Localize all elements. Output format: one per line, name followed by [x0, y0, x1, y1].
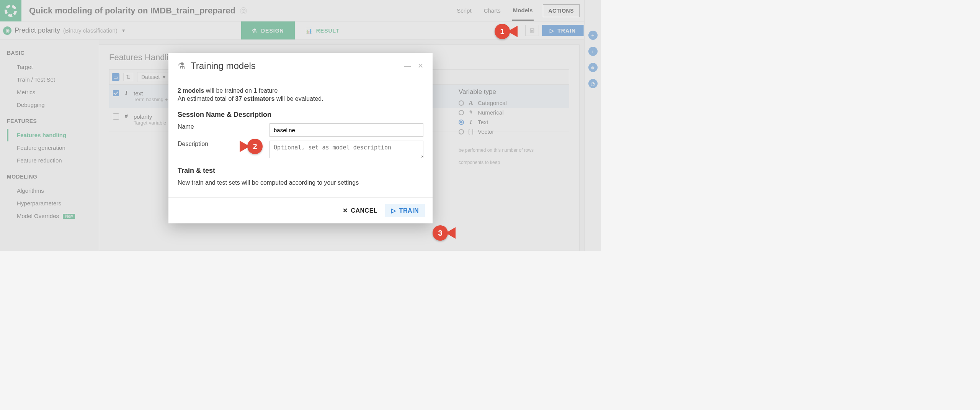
- tab-script[interactable]: Script: [456, 1, 472, 20]
- info-feature-count: 1: [253, 87, 257, 94]
- vartype-radio-text[interactable]: I Text: [459, 119, 573, 125]
- variable-type-label: Variable type: [459, 88, 573, 96]
- modal-train-label: TRAIN: [399, 207, 419, 214]
- page-title: Quick modeling of polarity on IMDB_train…: [29, 6, 235, 16]
- predict-heading[interactable]: ◉ Predict polarity (Binary classificatio…: [0, 21, 241, 39]
- feature-checkbox[interactable]: [113, 90, 119, 96]
- radio-label: Text: [478, 119, 488, 125]
- nav-item-target[interactable]: Target: [7, 61, 99, 73]
- training-modal: ⚗ Training models — ✕ 2 models will be t…: [168, 53, 433, 223]
- play-icon: ▷: [550, 28, 554, 34]
- rail-chat-icon[interactable]: ☻: [588, 63, 598, 72]
- select-all-checkbox[interactable]: ▭: [112, 73, 119, 81]
- play-icon: ▷: [391, 207, 396, 214]
- dataset-dropdown[interactable]: Dataset ▾: [137, 72, 170, 82]
- nav-item-algorithms[interactable]: Algorithms: [7, 184, 99, 197]
- modal-header: ⚗ Training models — ✕: [168, 53, 433, 79]
- info-est-prefix: An estimated total of: [178, 95, 235, 102]
- vector-icon: [ ]: [468, 128, 474, 135]
- chevron-down-icon: ▼: [121, 28, 126, 33]
- nav-item-train-test[interactable]: Train / Test Set: [7, 73, 99, 86]
- predict-icon: ◉: [3, 26, 11, 35]
- rail-info-icon[interactable]: i: [588, 47, 598, 56]
- cancel-button[interactable]: ✕ CANCEL: [338, 204, 382, 217]
- modal-info-line-1: 2 models will be trained on 1 feature: [178, 87, 423, 94]
- nav-item-features-handling[interactable]: Features handling: [7, 129, 99, 141]
- top-header: Quick modeling of polarity on IMDB_train…: [0, 0, 601, 21]
- rail-add-icon[interactable]: ＋: [588, 31, 598, 40]
- train-button-label: TRAIN: [557, 28, 576, 34]
- title-status-icon: ⊘: [240, 7, 247, 14]
- left-nav: BASIC Target Train / Test Set Metrics De…: [0, 40, 99, 251]
- modal-section-traintest: Train & test: [178, 167, 423, 175]
- marker-bubble: 2: [247, 139, 263, 154]
- feature-name: polarity: [134, 113, 166, 120]
- vartype-radio-categorical[interactable]: A Categorical: [459, 100, 573, 106]
- categorical-icon: A: [468, 100, 474, 106]
- info-models-count: 2 models: [178, 87, 204, 94]
- annotation-marker-1: 1: [495, 24, 518, 39]
- nav-item-label: Model Overrides: [17, 213, 59, 219]
- mode-tab-design[interactable]: ⚗ DESIGN: [241, 21, 295, 39]
- numeric-type-icon: #: [124, 113, 129, 120]
- modal-info-line-2: An estimated total of 37 estimators will…: [178, 95, 423, 102]
- rail-clock-icon[interactable]: ◔: [588, 79, 598, 88]
- modal-train-button[interactable]: ▷ TRAIN: [385, 204, 425, 217]
- mode-tabs: ⚗ DESIGN 📊 RESULT: [241, 21, 350, 39]
- app-logo[interactable]: [0, 0, 21, 21]
- tab-models[interactable]: Models: [512, 1, 534, 21]
- nav-item-model-overrides[interactable]: Model Overrides New: [7, 210, 99, 222]
- text-icon: I: [468, 119, 474, 125]
- sort-button[interactable]: ⇅: [123, 73, 133, 81]
- cancel-label: CANCEL: [351, 207, 377, 214]
- new-badge: New: [63, 214, 75, 219]
- predict-subtitle: (Binary classification): [63, 27, 118, 34]
- mode-tab-result[interactable]: 📊 RESULT: [295, 21, 350, 39]
- info-est-suffix: will be evaluated.: [274, 95, 323, 102]
- name-label: Name: [178, 123, 262, 130]
- minimize-icon[interactable]: —: [404, 62, 411, 70]
- marker-arrow-icon: [508, 26, 518, 37]
- nav-item-debugging[interactable]: Debugging: [7, 98, 99, 111]
- radio-icon: [459, 110, 464, 115]
- logo-icon: [4, 4, 17, 17]
- radio-label: Categorical: [478, 100, 507, 106]
- info-trained-on: will be trained on: [204, 87, 253, 94]
- flask-icon: ⚗: [252, 28, 257, 34]
- nav-item-metrics[interactable]: Metrics: [7, 86, 99, 98]
- nav-item-hyperparameters[interactable]: Hyperparameters: [7, 197, 99, 210]
- actions-button[interactable]: ACTIONS: [543, 4, 580, 17]
- form-row-description: Description: [178, 141, 423, 158]
- radio-icon: [459, 129, 464, 134]
- vartype-radio-numerical[interactable]: # Numerical: [459, 109, 573, 116]
- annotation-marker-2: 2: [240, 139, 263, 154]
- vartype-radio-vector[interactable]: [ ] Vector: [459, 128, 573, 135]
- annotation-marker-3: 3: [433, 225, 456, 241]
- nav-section-basic: BASIC: [7, 50, 99, 56]
- train-button[interactable]: ▷ TRAIN: [542, 25, 583, 36]
- info-est-count: 37 estimators: [235, 95, 274, 102]
- right-rail: ＋ i ☻ ◔: [584, 0, 601, 251]
- feature-subtitle: Target variable: [134, 120, 166, 126]
- tab-charts[interactable]: Charts: [483, 1, 501, 20]
- nav-section-modeling: MODELING: [7, 174, 99, 180]
- radio-icon: [459, 120, 464, 125]
- close-icon[interactable]: ✕: [418, 62, 423, 70]
- save-button[interactable]: 🖫: [525, 25, 539, 36]
- flask-icon: ⚗: [178, 61, 185, 71]
- close-icon: ✕: [343, 207, 348, 214]
- session-name-input[interactable]: [270, 123, 423, 137]
- session-description-input[interactable]: [270, 141, 423, 158]
- text-type-icon: I: [124, 90, 129, 96]
- mode-tab-design-label: DESIGN: [261, 28, 284, 34]
- chevron-down-icon: ▾: [163, 74, 165, 80]
- modal-body: 2 models will be trained on 1 feature An…: [168, 79, 433, 197]
- nav-item-feature-generation[interactable]: Feature generation: [7, 141, 99, 154]
- nav-item-feature-reduction[interactable]: Feature reduction: [7, 154, 99, 167]
- mode-tab-result-label: RESULT: [316, 28, 340, 34]
- header-tabs: Script Charts Models: [456, 1, 533, 21]
- help-text-1: be performed on this number of rows: [459, 146, 573, 155]
- modal-section-session: Session Name & Description: [178, 111, 423, 119]
- numerical-icon: #: [468, 109, 474, 116]
- feature-checkbox[interactable]: [113, 113, 119, 120]
